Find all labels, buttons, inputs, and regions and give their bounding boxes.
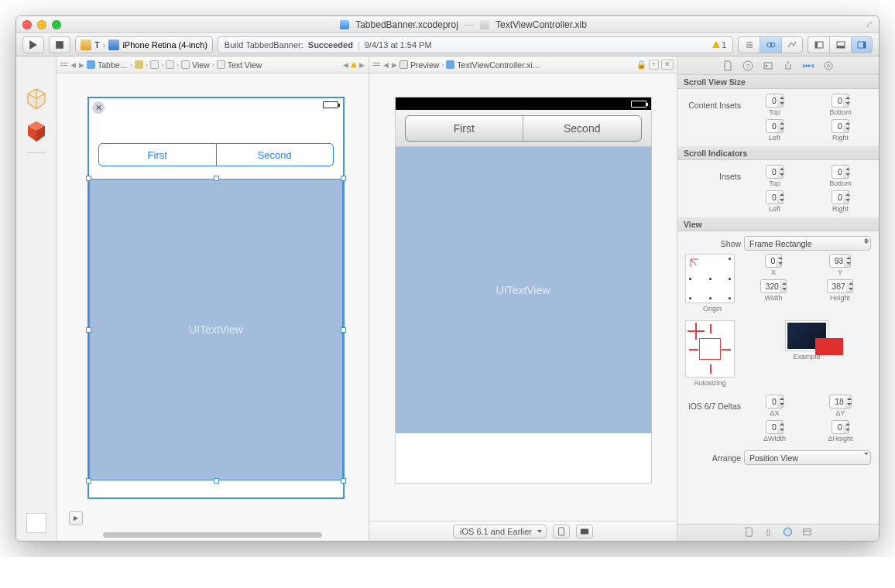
version-editor-button[interactable]	[781, 36, 803, 53]
uitextview[interactable]: UITextView	[89, 179, 343, 480]
panel-toggle-segmented	[808, 36, 873, 53]
help-inspector-tab[interactable]: ?	[741, 59, 755, 73]
svg-rect-12	[60, 63, 63, 63]
preview-jump-bar[interactable]: ◀▶ Preview › TextViewController.xi… 🔒 + …	[369, 56, 677, 74]
standard-editor-button[interactable]	[738, 36, 760, 53]
segment-first[interactable]: First	[406, 116, 523, 141]
svg-rect-15	[63, 65, 67, 66]
horizontal-scrollbar[interactable]	[103, 532, 322, 538]
svg-rect-30	[804, 529, 811, 535]
svg-rect-16	[373, 63, 380, 63]
editor-jump-bar[interactable]: ◀▶ Tabbe… › › › › View › Text View ◀ ▶	[57, 56, 369, 74]
preview-icon	[399, 60, 408, 69]
ib-dock	[16, 56, 57, 541]
svg-rect-13	[63, 63, 67, 63]
attributes-inspector-tab[interactable]	[781, 59, 795, 73]
stepper[interactable]	[777, 94, 784, 108]
svg-rect-7	[815, 42, 818, 48]
run-button[interactable]	[22, 36, 44, 53]
minimize-window-button[interactable]	[37, 20, 46, 29]
code-snippet-library-tab[interactable]: {}	[763, 527, 773, 538]
close-window-button[interactable]	[22, 20, 32, 29]
connections-inspector-tab[interactable]	[821, 59, 835, 73]
file-inspector-tab[interactable]	[721, 59, 735, 73]
add-assistant-button[interactable]: +	[649, 60, 659, 70]
project-title: TabbedBanner.xcodeproj	[355, 19, 458, 30]
preview-canvas: First Second UITextView	[369, 74, 677, 521]
svg-rect-17	[373, 65, 380, 66]
width-field[interactable]: 320	[760, 279, 782, 293]
file-title: TextViewController.xib	[496, 19, 587, 30]
section-scroll-indicators: Scroll Indicators	[677, 146, 879, 160]
file-template-library-tab[interactable]	[744, 527, 754, 538]
app-icon	[81, 39, 91, 50]
document-outline-toggle[interactable]	[69, 511, 83, 525]
object-cube-icon[interactable]	[25, 120, 48, 143]
height-field[interactable]: 387	[827, 279, 849, 293]
size-inspector-tab[interactable]	[801, 59, 815, 73]
segment-second[interactable]: Second	[523, 116, 641, 141]
project-icon	[340, 20, 349, 29]
warning-icon	[351, 62, 357, 67]
origin-arrow-icon	[689, 258, 700, 268]
autosizing-control[interactable]	[685, 320, 735, 378]
scheme-selector[interactable]: T › iPhone Retina (4-inch)	[75, 36, 213, 53]
show-popup[interactable]: Frame Rectangle	[744, 236, 871, 251]
ios-version-popup[interactable]: iOS 6.1 and Earlier	[453, 525, 547, 538]
section-scroll-view-size: Scroll View Size	[677, 75, 879, 89]
placeholder-cube-icon[interactable]	[25, 87, 48, 111]
svg-rect-11	[863, 42, 866, 48]
device-icon	[108, 39, 119, 50]
activity-status: Build TabbedBanner: Succeeded | 9/4/13 a…	[218, 36, 733, 53]
segment-first[interactable]: First	[99, 144, 216, 166]
close-assistant-button[interactable]: ✕	[661, 60, 674, 70]
orientation-landscape-button[interactable]	[576, 525, 593, 538]
hide-debug-button[interactable]	[829, 36, 851, 53]
svg-point-5	[770, 43, 775, 47]
svg-rect-0	[56, 41, 63, 49]
lock-icon[interactable]: 🔒	[636, 60, 646, 70]
xcode-window: TabbedBanner.xcodeproj — TextViewControl…	[15, 15, 880, 542]
assistant-editor-pane: ◀▶ Preview › TextViewController.xi… 🔒 + …	[369, 56, 677, 541]
battery-icon	[631, 101, 646, 108]
orientation-portrait-button[interactable]	[553, 525, 570, 538]
uitextview-preview: UITextView	[396, 147, 651, 433]
warnings-button[interactable]: 1	[712, 40, 726, 50]
file-icon	[480, 20, 489, 29]
toolbar: T › iPhone Retina (4-inch) Build TabbedB…	[16, 33, 879, 56]
svg-point-28	[825, 62, 832, 70]
battery-icon	[323, 101, 338, 108]
media-library-tab[interactable]	[802, 527, 812, 538]
inspector-tabs: ?	[677, 56, 879, 75]
assistant-editor-button[interactable]	[760, 36, 781, 53]
segmented-control[interactable]: First Second	[98, 143, 334, 166]
related-icon	[60, 60, 68, 69]
svg-point-23	[766, 64, 768, 67]
document-thumbnail[interactable]	[26, 513, 46, 533]
xib-icon	[87, 60, 95, 69]
statusbar-ios6	[396, 97, 651, 110]
related-icon	[372, 60, 381, 69]
statusbar	[89, 98, 343, 111]
segmented-control-ios6[interactable]: First Second	[405, 115, 642, 142]
autosizing-example	[785, 320, 828, 351]
stop-button[interactable]	[49, 36, 70, 53]
ib-canvas[interactable]: ✕ First Second UITextView	[57, 74, 369, 541]
traffic-lights	[22, 20, 61, 29]
hide-utilities-button[interactable]	[851, 36, 873, 53]
svg-rect-18	[559, 527, 564, 535]
origin-selector[interactable]	[685, 254, 735, 303]
segment-second[interactable]: Second	[216, 144, 334, 166]
hide-navigator-button[interactable]	[808, 36, 829, 53]
svg-rect-19	[581, 528, 588, 534]
scene-close-button[interactable]: ✕	[92, 101, 105, 114]
zoom-window-button[interactable]	[52, 20, 61, 29]
identity-inspector-tab[interactable]	[761, 59, 775, 73]
folder-icon	[135, 60, 143, 69]
warning-icon	[712, 41, 720, 48]
fullscreen-icon[interactable]: ⤢	[866, 19, 873, 29]
object-library-tab[interactable]	[783, 527, 793, 538]
svg-text:?: ?	[746, 63, 750, 70]
svg-rect-14	[60, 65, 63, 66]
arrange-popup[interactable]: Position View	[744, 450, 871, 465]
